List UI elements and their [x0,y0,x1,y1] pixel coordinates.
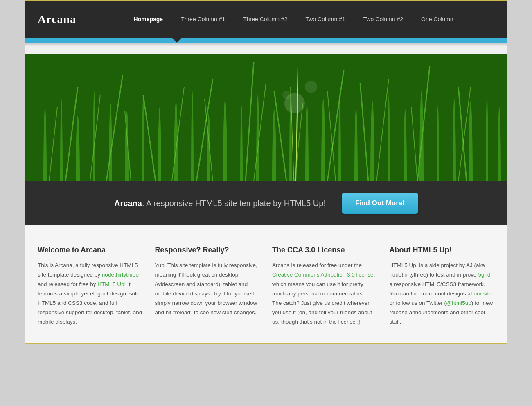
hero-svg [25,54,507,181]
link-5grid[interactable]: 5grid [478,272,490,278]
header-accent-bar [25,38,507,43]
nav-three-column-1[interactable]: Three Column #1 [172,16,234,23]
nav-three-column-2[interactable]: Three Column #2 [234,16,296,23]
column-license: The CCA 3.0 License Arcana is released f… [272,246,377,327]
header-shadow [25,43,507,46]
page-wrapper: Arcana Homepage Three Column #1 Three Co… [25,0,507,344]
hero-caption: Arcana: A responsive HTML5 site template… [25,181,507,225]
hero-image [25,54,507,181]
column-about: About HTML5 Up! HTML5 Up! is a side proj… [390,246,495,327]
welcome-text-mid: and released for free by [38,281,97,287]
hero-title: Arcana [114,199,142,208]
column-welcome-heading: Welcome to Arcana [38,246,143,254]
column-license-body: Arcana is released for free under the Cr… [272,261,377,327]
license-text-end: , which means you can use it for pretty … [272,272,375,325]
about-text-mid2: or follow us on Twitter ( [390,300,446,306]
column-responsive: Responsive? Really? Yup. This site templ… [155,246,260,327]
hero-section: Arcana: A responsive HTML5 site template… [25,54,507,225]
nav-one-column[interactable]: One Column [412,16,462,23]
link-html5up[interactable]: HTML5 Up! [97,281,126,287]
hero-tagline: Arcana: A responsive HTML5 site template… [114,199,326,208]
column-about-body: HTML5 Up! is a side project by AJ (aka n… [390,261,495,327]
license-text-start: Arcana is released for free under the [272,262,362,268]
column-about-heading: About HTML5 Up! [390,246,495,254]
hero-subtitle: : A responsive HTML5 site template by HT… [142,199,326,208]
nav-two-column-1[interactable]: Two Column #1 [296,16,354,23]
main-nav: Homepage Three Column #1 Three Column #2… [92,16,494,23]
svg-point-54 [282,91,291,99]
about-text-start: HTML5 Up! is a side project by AJ (aka n… [390,262,485,278]
nav-homepage[interactable]: Homepage [125,16,172,23]
link-twitter[interactable]: @html5up [446,300,471,306]
nav-two-column-2[interactable]: Two Column #2 [354,16,412,23]
column-responsive-body: Yup. This site template is fully respons… [155,261,260,318]
column-welcome-body: This is Arcana, a fully responsive HTML5… [38,261,143,327]
column-license-heading: The CCA 3.0 License [272,246,377,254]
svg-point-53 [305,81,317,93]
find-out-button[interactable]: Find Out More! [342,193,418,214]
site-logo: Arcana [38,13,76,26]
content-section: Welcome to Arcana This is Arcana, a full… [25,225,507,343]
column-responsive-heading: Responsive? Really? [155,246,260,254]
link-cc-license[interactable]: Creative Commons Attribution 3.0 license [272,272,374,278]
header-triangle [172,38,182,43]
column-welcome: Welcome to Arcana This is Arcana, a full… [38,246,143,327]
site-header: Arcana Homepage Three Column #1 Three Co… [25,1,507,38]
link-nodethirtythree[interactable]: nodethirtythree [102,272,139,278]
link-oursite[interactable]: our site [473,290,491,297]
welcome-text-end: It features a simple yet elegant design,… [38,281,142,325]
